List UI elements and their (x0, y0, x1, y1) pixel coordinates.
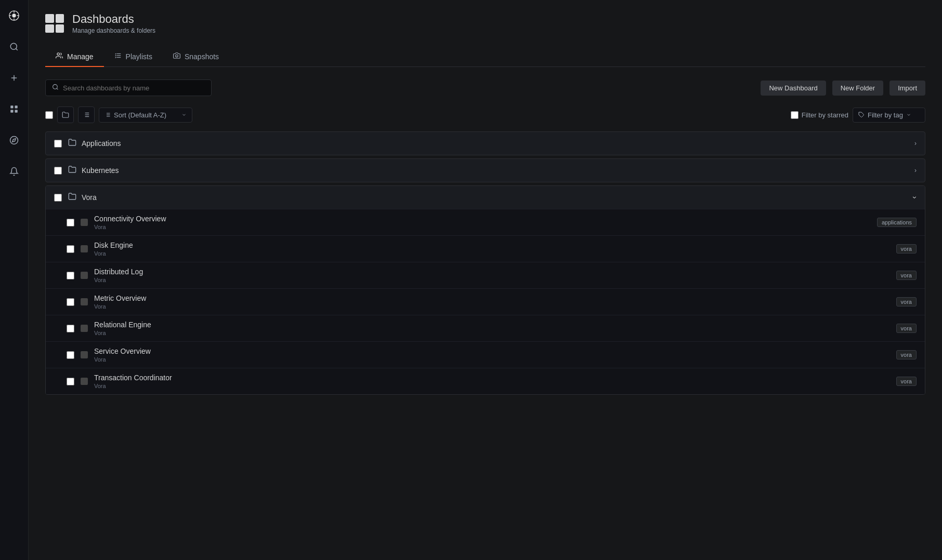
dashboard-disk-checkbox[interactable] (67, 245, 74, 253)
svg-point-20 (176, 55, 178, 57)
dashboard-disk-name: Disk Engine (94, 241, 890, 249)
select-all-checkbox[interactable] (45, 111, 53, 119)
dashboard-distributed-name: Distributed Log (94, 268, 890, 276)
dashboard-connectivity-tag: applications (877, 218, 917, 227)
folder-vora-header[interactable]: Vora › (46, 186, 925, 209)
dashboard-transaction-coordinator[interactable]: Transaction Coordinator Vora vora (46, 368, 925, 394)
dashboards-icon[interactable] (5, 100, 23, 118)
dashboard-service-icon (81, 351, 88, 358)
dashboard-connectivity-name: Connectivity Overview (94, 215, 871, 223)
folder-applications-name: Applications (82, 139, 121, 148)
filter-starred-label: Filter by starred (802, 111, 848, 119)
search-icon[interactable] (5, 37, 23, 56)
filter-bar: Sort (Default A-Z) Filter by starred Fil… (45, 106, 925, 123)
folder-view-button[interactable] (57, 106, 74, 123)
page-subtitle: Manage dashboards & folders (72, 27, 155, 34)
tab-snapshots-label: Snapshots (185, 52, 219, 61)
sort-dropdown[interactable]: Sort (Default A-Z) (99, 108, 192, 123)
search-box-icon (52, 84, 59, 92)
page-header: Dashboards Manage dashboards & folders (45, 12, 925, 34)
filter-tag-dropdown[interactable]: Filter by tag (853, 108, 925, 123)
new-dashboard-button[interactable]: New Dashboard (761, 81, 826, 96)
sort-label: Sort (Default A-Z) (114, 111, 178, 119)
dashboard-metric-folder: Vora (94, 303, 890, 310)
folder-vora-checkbox[interactable] (54, 194, 62, 202)
folder-vora-name: Vora (82, 193, 97, 202)
dashboard-relational-engine[interactable]: Relational Engine Vora vora (46, 315, 925, 341)
add-icon[interactable] (5, 69, 23, 87)
svg-point-1 (12, 14, 16, 17)
dashboard-distributed-log[interactable]: Distributed Log Vora vora (46, 262, 925, 288)
dashboard-disk-engine[interactable]: Disk Engine Vora vora (46, 235, 925, 262)
toolbar: New Dashboard New Folder Import (45, 79, 925, 96)
tab-manage[interactable]: Manage (45, 47, 104, 67)
main-content: Dashboards Manage dashboards & folders M… (29, 0, 942, 560)
search-box[interactable] (45, 79, 212, 96)
folder-kubernetes-icon (68, 165, 76, 176)
dashboard-metric-overview[interactable]: Metric Overview Vora vora (46, 288, 925, 315)
new-folder-button[interactable]: New Folder (832, 81, 883, 96)
svg-point-6 (10, 43, 17, 49)
filter-tag-label: Filter by tag (868, 111, 903, 119)
folder-vora-chevron: › (911, 196, 920, 199)
tabs-bar: Manage Playlists (45, 47, 925, 67)
grafana-logo-icon[interactable] (5, 6, 23, 25)
dashboard-transaction-name: Transaction Coordinator (94, 374, 890, 382)
svg-point-16 (57, 53, 60, 56)
dashboard-disk-tag: vora (896, 244, 917, 254)
dashboard-service-checkbox[interactable] (67, 351, 74, 359)
svg-marker-15 (12, 139, 16, 142)
svg-line-7 (16, 48, 17, 50)
dashboard-relational-checkbox[interactable] (67, 325, 74, 332)
sidebar (0, 0, 29, 560)
dashboard-service-overview[interactable]: Service Overview Vora vora (46, 341, 925, 368)
folder-kubernetes-name: Kubernetes (82, 166, 119, 175)
folder-kubernetes[interactable]: Kubernetes › (45, 158, 925, 182)
alerting-icon[interactable] (5, 162, 23, 181)
dashboard-service-folder: Vora (94, 356, 890, 363)
dashboard-transaction-checkbox[interactable] (67, 378, 74, 385)
folder-applications-checkbox[interactable] (54, 140, 62, 148)
dashboard-relational-folder: Vora (94, 330, 890, 336)
dashboard-metric-icon (81, 298, 88, 305)
dashboard-transaction-folder: Vora (94, 383, 890, 389)
folder-applications[interactable]: Applications › (45, 131, 925, 155)
tab-playlists-label: Playlists (126, 52, 152, 61)
svg-rect-11 (15, 105, 18, 108)
dashboard-distributed-tag: vora (896, 271, 917, 280)
tab-snapshots[interactable]: Snapshots (163, 47, 229, 67)
dashboard-connectivity-overview[interactable]: Connectivity Overview Vora applications (46, 209, 925, 235)
dashboard-service-name: Service Overview (94, 347, 890, 355)
import-button[interactable]: Import (889, 81, 925, 96)
svg-point-14 (10, 137, 18, 144)
svg-rect-13 (15, 110, 18, 113)
tab-playlists[interactable]: Playlists (104, 47, 163, 67)
list-view-button[interactable] (78, 106, 95, 123)
folder-applications-icon (68, 138, 76, 149)
manage-tab-icon (56, 52, 63, 61)
page-title: Dashboards (72, 12, 155, 26)
playlists-tab-icon (114, 52, 122, 61)
dashboard-relational-name: Relational Engine (94, 321, 890, 329)
dashboard-distributed-icon (81, 272, 88, 279)
dashboard-metric-checkbox[interactable] (67, 298, 74, 306)
dashboard-distributed-checkbox[interactable] (67, 272, 74, 279)
dashboard-disk-icon (81, 245, 88, 252)
tab-manage-label: Manage (67, 52, 94, 61)
dashboard-connectivity-icon (81, 219, 88, 226)
dashboard-service-tag: vora (896, 350, 917, 359)
starred-checkbox[interactable] (791, 111, 799, 119)
search-input[interactable] (63, 84, 205, 92)
dashboard-connectivity-folder: Vora (94, 224, 871, 230)
dashboards-page-icon (45, 14, 64, 33)
dashboard-transaction-tag: vora (896, 377, 917, 386)
dashboard-connectivity-checkbox[interactable] (67, 219, 74, 226)
explore-icon[interactable] (5, 131, 23, 150)
folder-kubernetes-checkbox[interactable] (54, 167, 62, 175)
filter-starred[interactable]: Filter by starred (791, 111, 848, 119)
svg-line-22 (57, 88, 58, 89)
folder-vora: Vora › Connectivity Overview Vora applic… (45, 185, 925, 395)
folder-applications-chevron: › (914, 140, 917, 147)
dashboard-relational-icon (81, 325, 88, 332)
svg-rect-12 (10, 110, 13, 113)
